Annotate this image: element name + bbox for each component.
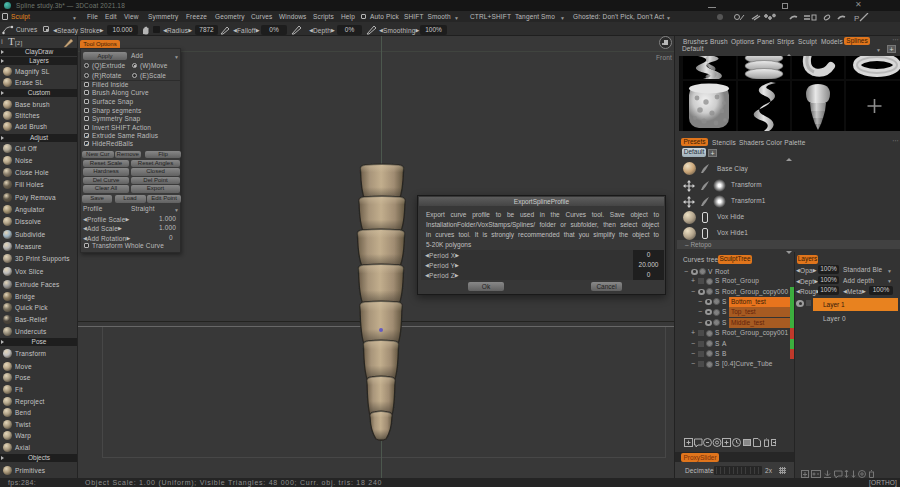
svg-text:P: P bbox=[854, 14, 859, 23]
